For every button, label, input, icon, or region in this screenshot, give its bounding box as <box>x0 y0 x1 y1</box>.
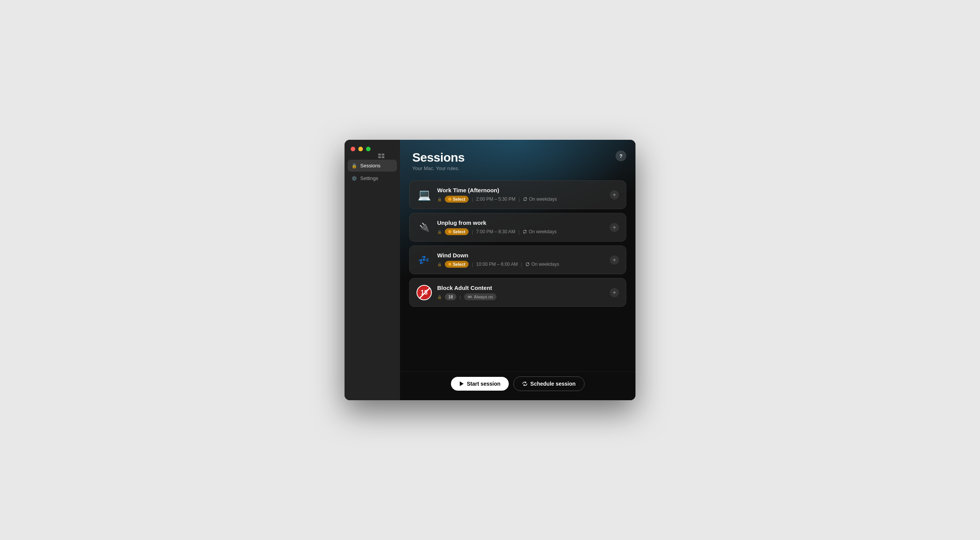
session-recurrence-wind: On weekdays <box>525 262 559 267</box>
separator-work: | <box>472 196 473 202</box>
session-name-wind: Wind Down <box>437 252 604 259</box>
window-tile-control[interactable] <box>378 153 384 160</box>
session-emoji-work-time: 💻 <box>416 187 432 203</box>
traffic-lights <box>351 147 371 151</box>
schedule-icon <box>522 381 528 386</box>
expand-button-adult[interactable]: + <box>610 288 619 297</box>
session-emoji-wind: 💤 <box>416 252 432 268</box>
recurrence-icon-unplug <box>523 229 527 234</box>
sidebar: 🔒 Sessions ⚙️ Settings <box>345 140 400 400</box>
recurrence-icon-work <box>523 197 528 201</box>
main-content: Sessions Your Mac. Your rules. ? 💻 Work … <box>400 140 635 400</box>
session-card-unplug[interactable]: 🔌 Unplug from work 🔒 Select | 7:00 PM – … <box>409 213 626 242</box>
gear-icon: ⚙️ <box>351 176 357 181</box>
footer: Start session Schedule session <box>400 371 635 400</box>
select-label-unplug: Select <box>453 229 465 234</box>
session-card-wind-down[interactable]: 💤 Wind Down 🔒 Select | 10:00 PM – 6:00 A… <box>409 245 626 274</box>
svg-rect-0 <box>378 154 381 155</box>
separator-work2: | <box>519 196 520 202</box>
session-card-adult[interactable]: 18 Block Adult Content 🔒 18 | <box>409 278 626 307</box>
start-session-button[interactable]: Start session <box>451 377 509 391</box>
play-icon <box>459 381 464 386</box>
expand-button-unplug[interactable]: + <box>610 223 619 232</box>
separator-unplug: | <box>472 229 473 235</box>
maximize-button[interactable] <box>366 147 371 151</box>
select-badge-work[interactable]: Select <box>445 196 469 203</box>
close-button[interactable] <box>351 147 355 151</box>
session-recurrence-unplug: On weekdays <box>523 229 557 234</box>
separator-unplug2: | <box>518 229 519 235</box>
app-window: 🔒 Sessions ⚙️ Settings Sessions Your Mac… <box>345 140 635 400</box>
svg-rect-2 <box>378 156 381 158</box>
select-badge-wind[interactable]: Select <box>445 261 469 268</box>
warning-dot <box>448 198 451 201</box>
sidebar-nav: 🔒 Sessions ⚙️ Settings <box>345 160 400 184</box>
sidebar-item-settings[interactable]: ⚙️ Settings <box>348 172 397 184</box>
session-recurrence-work: On weekdays <box>523 196 557 202</box>
session-name-unplug: Unplug from work <box>437 219 604 226</box>
lock-icon-unplug: 🔒 <box>437 230 442 234</box>
warning-dot-wind <box>448 263 451 266</box>
select-label-work: Select <box>453 197 465 201</box>
separator-wind2: | <box>521 262 522 267</box>
sidebar-label-sessions: Sessions <box>360 163 381 169</box>
infinity-icon <box>467 295 472 299</box>
svg-rect-3 <box>382 156 384 158</box>
separator-adult: | <box>459 294 461 300</box>
session-emoji-unplug: 🔌 <box>416 220 432 235</box>
header: Sessions Your Mac. Your rules. ? <box>400 140 635 177</box>
session-meta-unplug: 🔒 Select | 7:00 PM – 8:30 AM | <box>437 228 604 235</box>
session-name-work-time: Work Time (Afternoon) <box>437 187 604 193</box>
page-subtitle: Your Mac. Your rules. <box>412 165 623 171</box>
session-time-unplug: 7:00 PM – 8:30 AM <box>476 229 515 234</box>
session-info-adult: Block Adult Content 🔒 18 | Always on <box>437 285 604 300</box>
schedule-label: Schedule session <box>530 381 575 387</box>
minimize-button[interactable] <box>358 147 363 151</box>
sidebar-label-settings: Settings <box>360 175 378 181</box>
lock-icon-adult: 🔒 <box>437 295 442 299</box>
select-badge-unplug[interactable]: Select <box>445 228 469 235</box>
always-on-badge: Always on <box>464 293 497 300</box>
expand-button-work[interactable]: + <box>610 190 619 200</box>
session-meta-adult: 🔒 18 | Always on <box>437 293 604 300</box>
session-meta-work-time: 🔒 Select | 2:00 PM – 5:30 PM | <box>437 196 604 203</box>
lock-icon-work: 🔒 <box>437 197 442 201</box>
svg-rect-1 <box>382 154 384 155</box>
lock-icon-wind: 🔒 <box>437 262 442 267</box>
help-button[interactable]: ? <box>616 151 626 161</box>
session-emoji-adult: 18 <box>416 285 432 300</box>
schedule-session-button[interactable]: Schedule session <box>513 376 584 391</box>
session-meta-wind: 🔒 Select | 10:00 PM – 6:00 AM | <box>437 261 604 268</box>
svg-text:💤: 💤 <box>418 254 430 265</box>
session-time-work: 2:00 PM – 5:30 PM <box>476 196 516 202</box>
session-time-wind: 10:00 PM – 6:00 AM <box>476 262 518 267</box>
session-card-work-time[interactable]: 💻 Work Time (Afternoon) 🔒 Select | 2:00 … <box>409 180 626 209</box>
sessions-list: 💻 Work Time (Afternoon) 🔒 Select | 2:00 … <box>400 177 635 371</box>
session-name-adult: Block Adult Content <box>437 285 604 291</box>
start-label: Start session <box>467 381 500 387</box>
session-info-work-time: Work Time (Afternoon) 🔒 Select | 2:00 PM… <box>437 187 604 203</box>
select-label-wind: Select <box>453 262 465 267</box>
badge-18: 18 <box>445 293 456 300</box>
page-title: Sessions <box>412 151 623 165</box>
recurrence-icon-wind <box>525 262 530 267</box>
sidebar-item-sessions[interactable]: 🔒 Sessions <box>348 160 397 172</box>
lock-icon: 🔒 <box>351 163 357 169</box>
separator-wind: | <box>472 262 473 267</box>
session-info-unplug: Unplug from work 🔒 Select | 7:00 PM – 8:… <box>437 219 604 235</box>
warning-dot-unplug <box>448 230 451 233</box>
session-info-wind: Wind Down 🔒 Select | 10:00 PM – 6:00 AM … <box>437 252 604 268</box>
expand-button-wind[interactable]: + <box>610 255 619 265</box>
